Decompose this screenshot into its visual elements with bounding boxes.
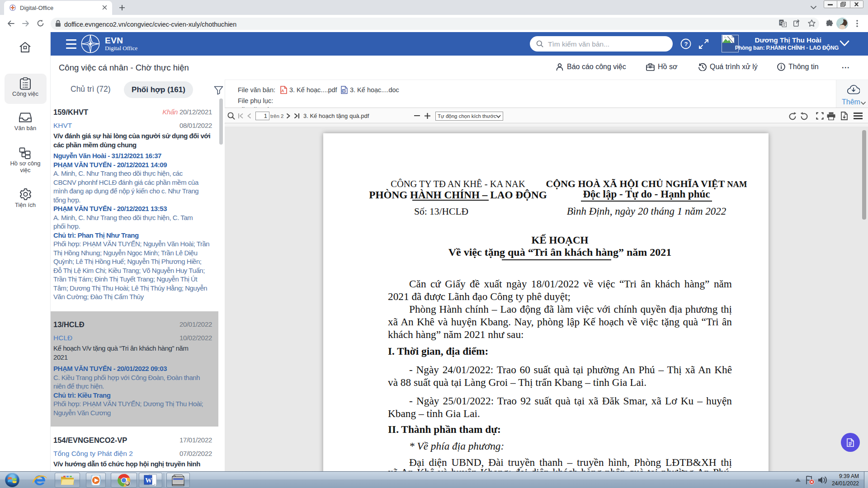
- svg-text:W: W: [343, 89, 346, 93]
- svg-text:A: A: [281, 89, 284, 93]
- svg-text:W: W: [145, 477, 152, 484]
